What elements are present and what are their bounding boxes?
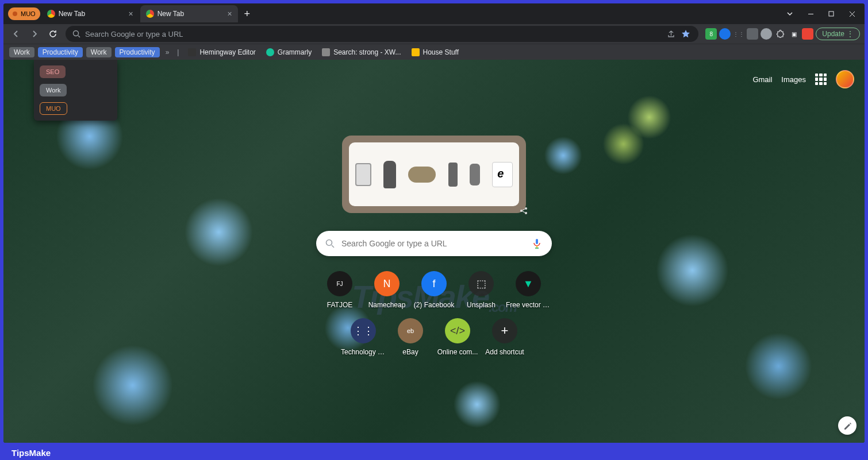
shortcut-icon: eb xyxy=(398,318,423,343)
maximize-button[interactable] xyxy=(823,6,839,22)
plus-icon: + xyxy=(492,318,517,343)
window-controls xyxy=(782,6,865,22)
footer-brand: TipsMake xyxy=(11,448,51,458)
extension-icon-6[interactable]: ▣ xyxy=(788,28,800,40)
shortcut-unsplash[interactable]: ⬚ Unsplash xyxy=(458,265,505,315)
bookmark-hemingway[interactable]: Hemingway Editor xyxy=(185,47,259,57)
extension-icon-4[interactable] xyxy=(747,28,758,40)
chevron-down-icon[interactable] xyxy=(782,6,798,22)
share-icon[interactable] xyxy=(665,28,677,40)
group-tag-muo[interactable]: MUO xyxy=(40,102,67,115)
google-apps-icon[interactable] xyxy=(815,74,827,85)
shortcut-icon: FJ xyxy=(327,271,352,296)
bookmark-favicon xyxy=(322,48,330,56)
shortcut-facebook[interactable]: f (2) Facebook xyxy=(410,265,458,315)
svg-rect-0 xyxy=(829,11,834,16)
search-input[interactable] xyxy=(341,239,524,248)
shortcut-namecheap[interactable]: N Namecheap xyxy=(363,265,410,315)
tab-label: New Tab xyxy=(59,10,85,18)
bookmark-group-work[interactable]: Work xyxy=(9,47,34,57)
bookmark-favicon xyxy=(188,48,196,56)
extension-icon-5[interactable] xyxy=(761,28,772,40)
bookmark-group-work2[interactable]: Work xyxy=(86,47,112,57)
shortcut-label: Add shortcut xyxy=(485,348,524,356)
tab-bar: MUO New Tab × New Tab × + xyxy=(3,3,865,24)
svg-point-3 xyxy=(525,207,527,210)
update-button[interactable]: Update ⋮ xyxy=(816,28,860,40)
tab-newtab-2-active[interactable]: New Tab × xyxy=(140,5,238,22)
shortcut-ebay[interactable]: eb eBay xyxy=(387,312,434,362)
tab-group-label: MUO xyxy=(21,10,36,17)
svg-rect-6 xyxy=(536,239,538,244)
bookmark-label: House Stuff xyxy=(423,48,459,56)
group-tag-work[interactable]: Work xyxy=(40,84,67,96)
shortcut-icon: ▼ xyxy=(516,271,541,296)
bookmark-grammarly[interactable]: Grammarly xyxy=(263,47,315,57)
shortcut-freevector[interactable]: ▼ Free vector ic... xyxy=(505,265,552,315)
shortcut-icon: </> xyxy=(445,318,470,343)
shortcut-label: Online com... xyxy=(437,348,478,356)
customize-chrome-button[interactable] xyxy=(838,416,857,435)
update-label: Update xyxy=(822,30,844,38)
doodle-image: e xyxy=(349,142,519,206)
shortcuts-grid-row2: ⋮⋮ Technology O... eb eBay </> Online co… xyxy=(340,312,528,362)
close-button[interactable] xyxy=(844,6,860,22)
shortcut-label: Free vector ic... xyxy=(506,301,551,309)
bookmark-search-strong[interactable]: Search: strong - XW... xyxy=(318,47,404,57)
profile-icon[interactable] xyxy=(802,28,813,40)
extension-icon-1[interactable]: 8 xyxy=(705,28,717,40)
bookmark-group-productivity[interactable]: Productivity xyxy=(38,47,83,57)
svg-point-5 xyxy=(327,240,332,246)
extension-icon-2[interactable] xyxy=(719,28,731,40)
top-links: Gmail Images xyxy=(752,70,854,88)
chrome-favicon xyxy=(47,10,55,18)
shortcuts-grid: FJ FATJOE N Namecheap f (2) Facebook ⬚ U… xyxy=(316,265,552,315)
tab-close-icon[interactable]: × xyxy=(128,9,133,18)
shortcut-online[interactable]: </> Online com... xyxy=(434,312,481,362)
shortcut-icon: f xyxy=(421,271,447,296)
svg-point-2 xyxy=(520,210,523,212)
bookmark-star-icon[interactable] xyxy=(680,28,692,40)
bookmark-overflow-icon[interactable]: » xyxy=(163,48,172,56)
update-menu-icon: ⋮ xyxy=(847,30,854,38)
group-tag-seo[interactable]: SEO xyxy=(40,65,66,78)
toolbar: Search Google or type a URL 8 ⋮⋮ ▣ Updat… xyxy=(3,24,865,44)
extension-icon-3[interactable]: ⋮⋮ xyxy=(733,28,744,40)
bookmark-house-stuff[interactable]: House Stuff xyxy=(408,47,462,57)
bookmark-label: Grammarly xyxy=(278,48,312,56)
shortcut-fatjoe[interactable]: FJ FATJOE xyxy=(316,265,363,315)
back-button[interactable] xyxy=(8,26,24,42)
reload-button[interactable] xyxy=(45,26,61,42)
google-doodle[interactable]: e xyxy=(342,136,526,213)
new-tab-content: SEO Work MUO Gmail Images e xyxy=(3,60,865,443)
gmail-link[interactable]: Gmail xyxy=(752,75,772,84)
ntp-search-box[interactable] xyxy=(316,231,552,256)
forward-button[interactable] xyxy=(26,26,43,42)
bookmark-label: Hemingway Editor xyxy=(199,48,255,56)
omnibox-actions xyxy=(665,28,692,40)
bookmark-group-productivity2[interactable]: Productivity xyxy=(115,47,160,57)
tab-close-icon[interactable]: × xyxy=(227,9,232,18)
shortcut-technology[interactable]: ⋮⋮ Technology O... xyxy=(340,312,387,362)
add-shortcut-button[interactable]: + Add shortcut xyxy=(481,312,528,362)
images-link[interactable]: Images xyxy=(781,75,806,84)
profile-avatar[interactable] xyxy=(836,70,854,88)
tab-group-muo[interactable]: MUO xyxy=(8,7,40,20)
bookmark-favicon xyxy=(266,48,274,56)
svg-point-4 xyxy=(525,212,527,214)
tab-newtab-1[interactable]: New Tab × xyxy=(41,5,139,22)
shortcut-icon: ⬚ xyxy=(468,271,494,296)
omnibox-placeholder: Search Google or type a URL xyxy=(85,30,660,38)
search-icon xyxy=(72,30,80,38)
voice-search-icon[interactable] xyxy=(531,238,543,249)
group-color-dot xyxy=(13,11,17,16)
extensions-puzzle-icon[interactable] xyxy=(774,28,786,40)
omnibox[interactable]: Search Google or type a URL xyxy=(66,26,698,42)
minimize-button[interactable] xyxy=(802,6,819,22)
shortcut-icon: N xyxy=(374,271,400,296)
bookmark-favicon xyxy=(412,48,420,56)
extensions-row: 8 ⋮⋮ ▣ xyxy=(703,28,813,40)
bookmark-label: Search: strong - XW... xyxy=(333,48,401,56)
new-tab-button[interactable]: + xyxy=(239,6,255,22)
share-doodle-icon[interactable] xyxy=(519,206,528,215)
